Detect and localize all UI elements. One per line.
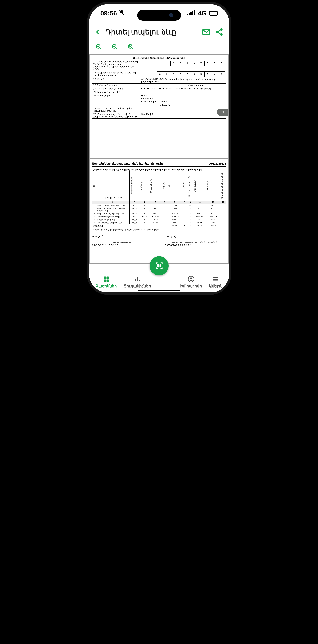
- svg-line-4: [218, 30, 221, 32]
- back-button[interactable]: [95, 28, 101, 36]
- battery-icon: [209, 11, 218, 16]
- table-row: 1Հաց բորոդինյան 250գր ±20գրհատ5350175020…: [92, 204, 226, 207]
- zoom-toolbar: [89, 42, 229, 54]
- svg-rect-22: [103, 277, 106, 279]
- svg-point-30: [190, 278, 192, 279]
- svg-rect-25: [106, 280, 109, 282]
- invoice-number: A9125169276: [209, 162, 226, 165]
- mail-icon[interactable]: [202, 28, 211, 36]
- zoom-in-button[interactable]: [95, 44, 102, 51]
- svg-rect-24: [103, 280, 106, 282]
- document-page-2: Ապրանքների մատակարարման հարկային հաշիվ A…: [90, 160, 228, 263]
- table-row: 3Հաց մատնաքաշ 480գր ±4%հատ5383.331916.67…: [92, 212, 226, 215]
- zoom-reset-button[interactable]: [127, 44, 134, 51]
- footnote: * Տարա սյունակը լրացվում է այն դեպքում, …: [92, 228, 226, 230]
- section2-title: Ապրանքների մատակարարման հարկային հաշիվ: [92, 162, 164, 165]
- svg-rect-23: [106, 277, 109, 279]
- svg-line-11: [115, 48, 117, 49]
- svg-rect-26: [135, 279, 136, 282]
- row15-digits: 0 0 8 0 7 5 5 5: [141, 60, 225, 66]
- svg-rect-33: [213, 281, 218, 282]
- nav-more[interactable]: Ավելին: [209, 276, 223, 288]
- signal-icon: [187, 10, 196, 17]
- nav-account[interactable]: Իմ հաշիվը: [180, 276, 202, 288]
- table-row: 5Շաքարավազ 1կգհատ2408.34816.6720163.3398…: [92, 218, 226, 221]
- svg-line-7: [99, 48, 101, 49]
- app-header: Դիտել տպելու ձևը: [89, 22, 229, 42]
- scan-fab[interactable]: [150, 256, 169, 275]
- nav-sections[interactable]: Բաժիններ: [95, 276, 117, 288]
- table-row: 2Հաց բազմահատիկ սերմերով 90գր ±1 0գրհատ1…: [92, 207, 226, 212]
- svg-line-14: [131, 48, 133, 49]
- page-title: Դիտել տպելու ձևը: [105, 28, 198, 36]
- svg-rect-31: [213, 277, 218, 278]
- document-viewer[interactable]: Ապրանքներ ձեռք բերող անձի տվյալներ [15] …: [89, 54, 229, 264]
- svg-rect-27: [137, 278, 138, 282]
- page-number-tab[interactable]: 1: [217, 108, 228, 116]
- status-time: 09:56: [100, 10, 117, 17]
- row16-digits: 0 0 8 0 7 5 5 5 / 1: [141, 72, 225, 77]
- home-indicator[interactable]: [138, 290, 180, 291]
- svg-rect-28: [139, 280, 140, 282]
- svg-line-5: [218, 32, 221, 34]
- silent-icon: [119, 10, 124, 17]
- section1-title: Ապրանքներ ձեռք բերող անձի տվյալներ: [92, 56, 226, 60]
- document-page-1: Ապրանքներ ձեռք բերող անձի տվյալներ [15] …: [90, 55, 228, 158]
- network-label: 4G: [198, 10, 207, 17]
- share-icon[interactable]: [215, 28, 223, 36]
- bottom-nav: Բաժիններ Ցուցանիշներ Իմ հաշիվը Ավելին: [89, 264, 229, 292]
- zoom-out-button[interactable]: [111, 44, 118, 51]
- svg-rect-32: [213, 279, 218, 280]
- table-row: 6Պ/Է Տոպրակ միջին 50 մկրհատ441.67166.672…: [92, 221, 226, 224]
- nav-indicators[interactable]: Ցուցանիշներ: [124, 276, 151, 288]
- table-row: 4Պանիր Ալաշկերտ փոքրկգ5.8763074.9418068.…: [92, 215, 226, 218]
